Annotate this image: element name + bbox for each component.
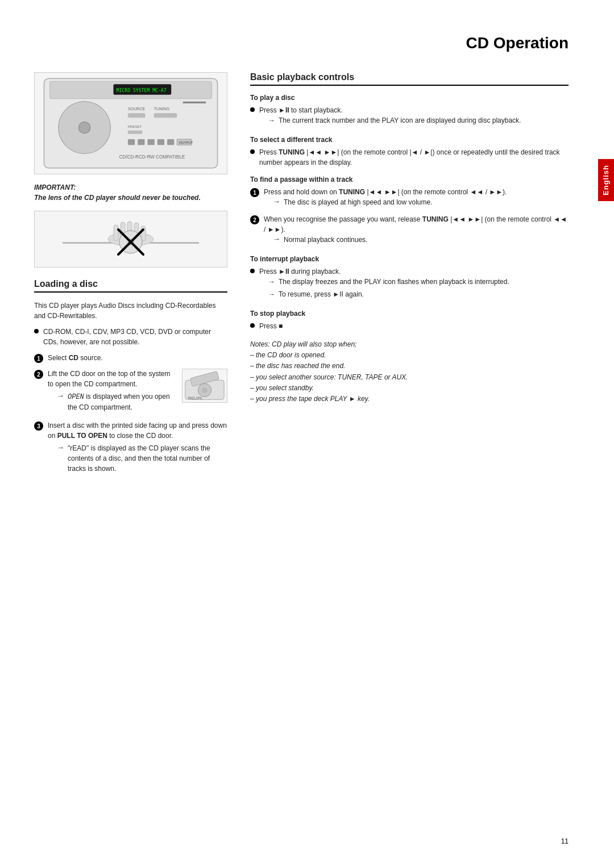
- notes-intro: Notes: CD play will also stop when;: [250, 339, 569, 350]
- subsection-stop: To stop playback Press ■: [250, 310, 569, 331]
- interrupt-arrow-1: The display freezes and the PLAY icon fl…: [279, 277, 509, 287]
- notes-item-5: – you press the tape deck PLAY ► key.: [250, 394, 569, 404]
- language-tab: English: [598, 159, 614, 201]
- interrupt-arrow-2: To resume, press ►II again.: [279, 289, 364, 299]
- subsection-play-disc: To play a disc Press ►II to start playba…: [250, 94, 569, 128]
- svg-point-5: [78, 122, 90, 133]
- page-number: 11: [561, 837, 569, 845]
- svg-rect-20: [183, 102, 206, 103]
- svg-text:PRESET: PRESET: [128, 124, 142, 128]
- hand-warning-image: [34, 211, 227, 268]
- step-3: 3 Insert a disc with the printed side fa…: [34, 420, 227, 476]
- arrow-icon: →: [268, 289, 275, 299]
- open-text: OPEN is displayed when you open the CD c…: [68, 391, 176, 412]
- stop-item: Press ■: [250, 321, 569, 331]
- notes-item-4: – you select standby.: [250, 383, 569, 394]
- arrow-icon: →: [268, 277, 275, 287]
- bullet-icon: [250, 107, 255, 112]
- notes-item-2: – the disc has reached the end.: [250, 361, 569, 372]
- subsection-select-track: To select a different track Press TUNING…: [250, 136, 569, 168]
- notes-item-1: – the CD door is opened.: [250, 350, 569, 361]
- right-column: Basic playback controls To play a disc P…: [250, 72, 569, 482]
- step-2-image: PHILIPS: [182, 369, 227, 403]
- play-disc-heading: To play a disc: [250, 94, 569, 102]
- list-item: CD-ROM, CD-I, CDV, MP3 CD, VCD, DVD or c…: [34, 327, 227, 347]
- bullet-icon: [250, 323, 255, 328]
- svg-rect-7: [128, 113, 146, 118]
- passage-arrow-2: Normal playback continues.: [284, 235, 367, 245]
- notes-item-3: – you select another source: TUNER, TAPE…: [250, 372, 569, 383]
- interrupt-heading: To interrupt playback: [250, 255, 569, 263]
- passage-arrow-1: The disc is played at high speed and low…: [284, 197, 433, 207]
- stop-heading: To stop playback: [250, 310, 569, 318]
- arrow-icon: →: [273, 197, 280, 206]
- svg-rect-9: [154, 113, 177, 118]
- step-3-content: Insert a disc with the printed side faci…: [48, 420, 227, 476]
- select-track-item: Press TUNING |◄◄ ►►| (on the remote cont…: [250, 147, 569, 168]
- find-passage-heading: To find a passage within a track: [250, 176, 569, 183]
- read-text: "rEAD" is displayed as the CD player sca…: [68, 443, 227, 474]
- play-disc-item: Press ►II to start playback. → The curre…: [250, 105, 569, 128]
- svg-point-35: [202, 388, 207, 393]
- important-box: IMPORTANT: The lens of the CD player sho…: [34, 182, 227, 203]
- arrow-icon-2: →: [57, 443, 64, 452]
- page-title: CD Operation: [34, 34, 569, 55]
- svg-text:PHILIPS: PHILIPS: [188, 397, 202, 400]
- svg-rect-15: [157, 139, 164, 145]
- svg-text:OUTPUT: OUTPUT: [179, 140, 193, 144]
- step-number-1: 1: [34, 354, 43, 363]
- cd-types-text: CD-ROM, CD-I, CDV, MP3 CD, VCD, DVD or c…: [43, 327, 227, 347]
- step-number-2: 2: [34, 370, 43, 379]
- step-1: 1 Select CD source.: [34, 353, 227, 363]
- svg-rect-14: [147, 139, 154, 145]
- svg-text:MICRO SYSTEM MC-A7: MICRO SYSTEM MC-A7: [117, 87, 167, 93]
- svg-text:SOURCE: SOURCE: [128, 107, 146, 111]
- device-image: MICRO SYSTEM MC-A7 SOURCE TUNING PRESET: [34, 72, 227, 174]
- step-number-3: 3: [34, 422, 43, 431]
- bullet-icon: [250, 149, 255, 154]
- passage-step-2: 2 When you recognise the passage you wan…: [250, 214, 569, 247]
- play-disc-arrow: The current track number and the PLAY ic…: [279, 115, 521, 126]
- step-1-content: Select CD source.: [48, 353, 227, 363]
- svg-rect-16: [167, 139, 174, 145]
- loading-intro: This CD player plays Audio Discs includi…: [34, 301, 227, 321]
- passage-step-number-1: 1: [250, 188, 259, 197]
- arrow-icon: →: [273, 235, 280, 243]
- important-text: The lens of the CD player should never b…: [34, 193, 227, 203]
- interrupt-item: Press ►II during playback. → The display…: [250, 266, 569, 302]
- step-2: 2 Lift the CD door on the top of the sys…: [34, 369, 227, 415]
- bullet-icon: [250, 269, 255, 273]
- arrow-icon: →: [268, 115, 275, 126]
- svg-rect-13: [138, 139, 144, 145]
- subsection-find-passage: To find a passage within a track 1 Press…: [250, 176, 569, 247]
- important-label: IMPORTANT:: [34, 182, 227, 193]
- notes-section: Notes: CD play will also stop when; – th…: [250, 339, 569, 404]
- loading-disc-heading: Loading a disc: [34, 279, 227, 293]
- svg-text:CD/CD-RCD-RW COMPATIBLE: CD/CD-RCD-RW COMPATIBLE: [119, 155, 185, 160]
- arrow-icon: →: [57, 391, 64, 400]
- passage-step-1: 1 Press and hold down on TUNING |◄◄ ►►| …: [250, 187, 569, 210]
- basic-playback-heading: Basic playback controls: [250, 72, 569, 86]
- step-2-content: Lift the CD door on the top of the syste…: [48, 369, 227, 415]
- passage-step-number-2: 2: [250, 215, 259, 224]
- subsection-interrupt: To interrupt playback Press ►II during p…: [250, 255, 569, 302]
- svg-rect-12: [128, 139, 135, 145]
- left-column: MICRO SYSTEM MC-A7 SOURCE TUNING PRESET: [34, 72, 227, 482]
- select-track-heading: To select a different track: [250, 136, 569, 144]
- svg-rect-23: [114, 225, 118, 241]
- svg-rect-11: [128, 131, 142, 134]
- svg-text:TUNING: TUNING: [154, 107, 169, 111]
- bullet-icon: [34, 329, 39, 333]
